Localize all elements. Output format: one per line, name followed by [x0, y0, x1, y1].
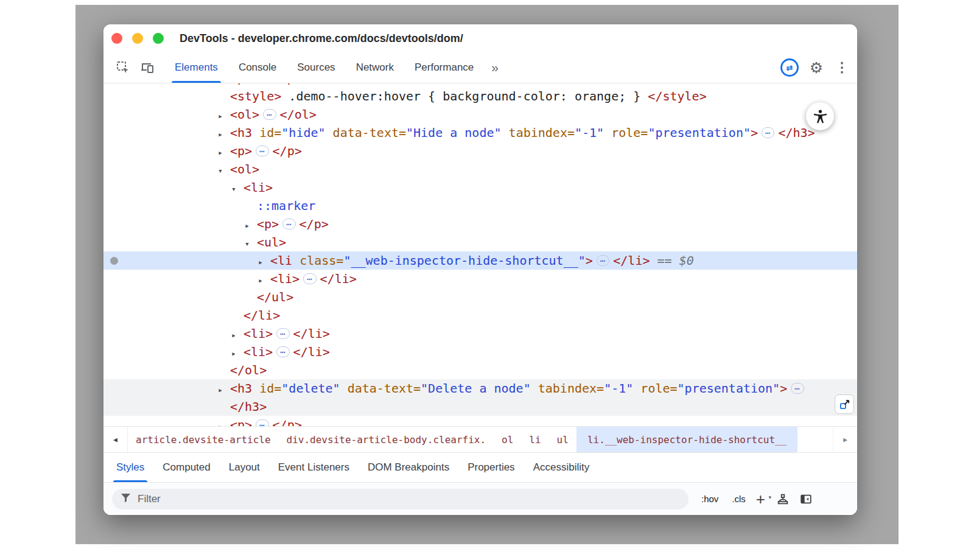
code-token: tabindex= — [502, 125, 575, 140]
close-button[interactable] — [111, 33, 122, 44]
code-token: <li — [270, 253, 292, 268]
sidebar-tab-event-listeners[interactable]: Event Listeners — [269, 453, 359, 482]
breadcrumb-item[interactable]: li — [521, 427, 548, 452]
sidebar-tab-properties[interactable]: Properties — [458, 453, 524, 482]
expand-arrow-icon[interactable]: ▸ — [218, 418, 230, 426]
collapse-arrow-icon[interactable]: ▾ — [245, 235, 257, 253]
styles-filter-input[interactable] — [136, 492, 680, 506]
dom-node-row[interactable]: ▸<ol>⋯</ol> — [103, 105, 857, 124]
code-token: </style> — [648, 89, 706, 103]
expand-arrow-icon[interactable]: ▸ — [258, 253, 270, 271]
expand-arrow-icon[interactable]: ▸ — [231, 326, 244, 345]
breadcrumb-item[interactable]: article.devsite-article — [128, 427, 279, 452]
code-token: </h3> — [778, 125, 815, 140]
dom-node-row[interactable]: <style> .demo--hover:hover { background-… — [103, 87, 857, 105]
dom-node-row[interactable]: ▸<p>⋯</p> — [103, 142, 857, 160]
dom-tree: ▸<p>⋯</p><style> .demo--hover:hover { ba… — [103, 83, 857, 426]
element-classes-button[interactable]: .cls — [725, 494, 752, 504]
collapse-arrow-icon[interactable]: ▾ — [218, 162, 230, 180]
expand-arrow-icon[interactable]: ▸ — [231, 345, 244, 363]
tab-console[interactable]: Console — [228, 52, 287, 83]
dom-node-row[interactable]: ▾<li> — [103, 178, 857, 197]
sidebar-tab-accessibility[interactable]: Accessibility — [524, 453, 599, 482]
dom-node-row[interactable]: ▸<h3 id="hide" data-text="Hide a node" t… — [103, 124, 857, 142]
breadcrumb-item[interactable]: ol — [494, 427, 521, 452]
dom-node-row[interactable]: ▸<p>⋯</p> — [103, 416, 857, 426]
dom-node-row[interactable]: </ol> — [103, 361, 857, 379]
settings-gear-icon[interactable]: ⚙ — [806, 59, 827, 77]
ellipsis-button[interactable]: ⋯ — [762, 127, 774, 138]
expand-arrow-icon[interactable]: ▸ — [258, 271, 270, 290]
pop-out-button[interactable] — [835, 394, 854, 414]
code-token: <p> — [230, 418, 252, 426]
window-titlebar: DevTools - developer.chrome.com/docs/dev… — [103, 24, 857, 52]
inspect-element-icon[interactable] — [111, 55, 135, 80]
tab-network[interactable]: Network — [346, 52, 404, 83]
ellipsis-button[interactable]: ⋯ — [276, 346, 289, 357]
code-token: > — [780, 381, 787, 396]
new-style-rule-button[interactable]: +▾ — [752, 491, 771, 507]
rendering-emulation-icon[interactable] — [771, 488, 794, 510]
panel-tab-list: ElementsConsoleSourcesNetworkPerformance — [164, 52, 484, 83]
extension-icon[interactable]: ⇄ — [780, 58, 799, 77]
expand-arrow-icon[interactable]: ▸ — [218, 381, 230, 399]
ellipsis-button[interactable]: ⋯ — [256, 145, 268, 156]
tab-elements[interactable]: Elements — [164, 52, 228, 83]
sidebar-tab-layout[interactable]: Layout — [220, 453, 269, 482]
minimize-button[interactable] — [132, 33, 143, 44]
ellipsis-button[interactable]: ⋯ — [597, 255, 609, 266]
code-token: </ol> — [230, 363, 267, 377]
dom-node-row[interactable]: </ul> — [103, 288, 857, 306]
expand-arrow-icon[interactable]: ▸ — [218, 144, 230, 162]
sidebar-tab-computed[interactable]: Computed — [153, 453, 219, 482]
dom-node-row[interactable]: </li> — [103, 306, 857, 324]
expand-arrow-icon[interactable]: ▸ — [218, 107, 230, 125]
code-token: <h3 — [230, 125, 252, 140]
ellipsis-button[interactable]: ⋯ — [276, 328, 289, 339]
toggle-sidebar-icon[interactable] — [794, 488, 818, 510]
code-token: "presentation" — [648, 125, 751, 140]
dom-node-row[interactable]: ▸<h3 id="delete" data-text="Delete a nod… — [103, 379, 857, 397]
dom-node-row[interactable]: ▸<li>⋯</li> — [103, 270, 857, 288]
overflow-menu-icon[interactable]: ⋮ — [834, 60, 850, 75]
ellipsis-button[interactable]: ⋯ — [263, 109, 276, 120]
breadcrumb-item[interactable]: li.__web-inspector-hide-shortcut__ — [576, 427, 798, 452]
expand-arrow-icon[interactable]: ▸ — [218, 125, 230, 144]
breadcrumb-scroll-right-button[interactable]: ▶ — [833, 427, 857, 452]
ellipsis-button[interactable]: ⋯ — [256, 419, 268, 426]
dom-node-row[interactable]: ▸<p>⋯</p> — [103, 215, 857, 233]
desktop-background: DevTools - developer.chrome.com/docs/dev… — [75, 5, 899, 544]
ellipsis-button[interactable]: ⋯ — [282, 219, 295, 229]
dom-node-row[interactable]: ::marker — [103, 197, 857, 215]
dom-node-row[interactable]: ▸<li>⋯</li> — [103, 324, 857, 343]
code-token: <style> — [230, 89, 281, 103]
breadcrumb-scroll-left-button[interactable]: ◀ — [103, 427, 128, 452]
code-token: "Hide a node" — [406, 125, 502, 140]
tab-performance[interactable]: Performance — [404, 52, 484, 83]
ellipsis-button[interactable]: ⋯ — [303, 273, 316, 284]
zoom-button[interactable] — [153, 33, 164, 44]
tab-sources[interactable]: Sources — [287, 52, 345, 83]
expand-arrow-icon[interactable]: ▸ — [245, 217, 257, 235]
dom-node-row[interactable]: ▾<ul> — [103, 233, 857, 251]
sidebar-tab-dom-breakpoints[interactable]: DOM Breakpoints — [359, 453, 458, 482]
dom-node-row[interactable]: ▾<ol> — [103, 160, 857, 178]
dom-node-row[interactable]: ▸<li>⋯</li> — [103, 343, 857, 361]
dom-node-row[interactable]: </h3> — [103, 397, 857, 416]
device-toolbar-icon[interactable] — [135, 55, 159, 80]
collapse-arrow-icon[interactable]: ▾ — [231, 180, 244, 198]
ellipsis-button[interactable]: ⋯ — [791, 383, 804, 394]
traffic-lights — [111, 33, 164, 44]
dom-node-row[interactable]: ▸<li class="__web-inspector-hide-shortcu… — [103, 251, 857, 270]
styles-toolbar-right: :hov .cls +▾ — [695, 488, 818, 510]
more-tabs-chevron[interactable]: » — [484, 60, 506, 75]
accessibility-overlay-button[interactable] — [806, 102, 834, 130]
styles-toolbar: :hov .cls +▾ — [103, 482, 857, 515]
toggle-element-state-button[interactable]: :hov — [695, 494, 725, 504]
code-token: <li> — [244, 180, 273, 195]
code-token: $0 — [679, 253, 694, 268]
code-token: ::marker — [257, 198, 315, 213]
breadcrumb-item[interactable]: div.devsite-article-body.clearfix. — [279, 427, 494, 452]
sidebar-tab-styles[interactable]: Styles — [107, 453, 153, 482]
breadcrumb-item[interactable]: ul — [549, 427, 576, 452]
